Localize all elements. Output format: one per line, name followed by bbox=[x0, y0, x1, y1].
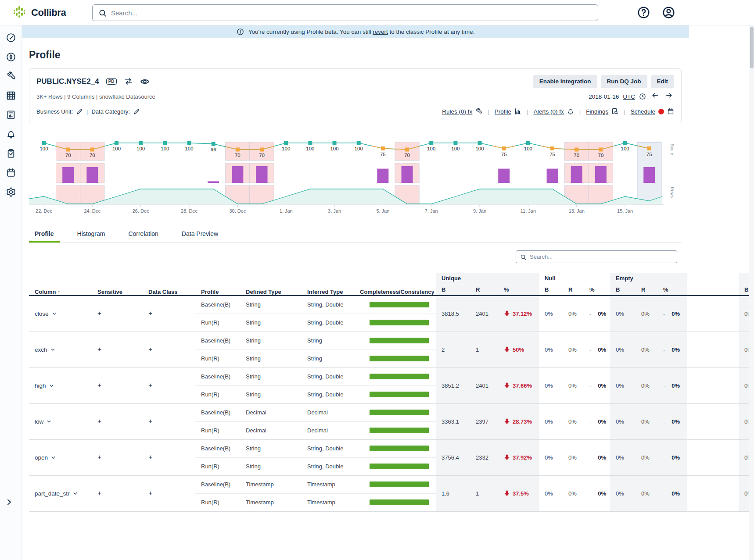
timezone-link[interactable]: UTC bbox=[623, 93, 635, 100]
add-sensitive-button[interactable]: + bbox=[97, 489, 101, 497]
brand[interactable]: Collibra bbox=[11, 4, 66, 21]
add-data-class-button[interactable]: + bbox=[148, 417, 152, 425]
bell-small-icon bbox=[567, 108, 574, 115]
null-run-value: 0% bbox=[563, 332, 584, 367]
sidebar-item-calendar[interactable] bbox=[0, 164, 22, 183]
add-sensitive-button[interactable]: + bbox=[97, 346, 101, 353]
rules-0-fx-link[interactable]: Rules (0) fx bbox=[442, 108, 482, 115]
unique-percent-value: 37.5% bbox=[498, 475, 539, 511]
table-search-input[interactable] bbox=[530, 251, 675, 263]
swap-arrows-icon[interactable] bbox=[124, 77, 133, 86]
sort-ascending-icon[interactable]: ↑ bbox=[57, 289, 60, 295]
svg-text:3. Jan: 3. Jan bbox=[328, 208, 341, 214]
eye-icon[interactable] bbox=[140, 77, 150, 86]
column-name-dropdown[interactable]: part_date_str bbox=[35, 490, 92, 497]
add-sensitive-button[interactable]: + bbox=[97, 417, 101, 425]
next-day-button[interactable] bbox=[664, 92, 674, 101]
column-name-dropdown[interactable]: high bbox=[35, 382, 92, 389]
profile-header: Profile bbox=[195, 273, 240, 296]
svg-text:9. Jan: 9. Jan bbox=[473, 208, 486, 214]
defined-type-cell: Decimal bbox=[240, 421, 302, 439]
schedule-link[interactable]: Schedule bbox=[631, 108, 674, 115]
pushdown-badge: PD bbox=[106, 78, 117, 85]
tab-histogram[interactable]: Histogram bbox=[72, 226, 111, 243]
column-name-dropdown[interactable]: close bbox=[35, 310, 92, 317]
svg-text:75: 75 bbox=[549, 152, 555, 157]
add-data-class-button[interactable]: + bbox=[148, 310, 152, 317]
sidebar-item-wrench[interactable] bbox=[0, 68, 22, 87]
revert-link[interactable]: revert bbox=[373, 29, 388, 35]
inferred-type-cell: Decimal bbox=[302, 403, 354, 421]
inferred-type-header: Inferred Type bbox=[302, 273, 354, 296]
sidebar-item-compass[interactable] bbox=[0, 48, 22, 68]
chevron-down-icon bbox=[52, 311, 57, 316]
data-class-cell: + bbox=[143, 296, 195, 332]
sidebar-item-grid[interactable] bbox=[0, 87, 22, 106]
profile-type-cell: Baseline(B) bbox=[195, 296, 240, 314]
profile-type-cell: Run(R) bbox=[195, 457, 240, 475]
column-name-dropdown[interactable]: low bbox=[35, 418, 92, 425]
group-spacer bbox=[687, 273, 739, 296]
svg-text:75: 75 bbox=[646, 152, 652, 157]
global-search-input[interactable] bbox=[111, 5, 594, 21]
subheader-b: B bbox=[610, 284, 636, 296]
chevron-down-icon bbox=[73, 491, 78, 496]
add-data-class-button[interactable]: + bbox=[148, 382, 152, 389]
column-name-dropdown[interactable]: exch bbox=[35, 346, 92, 353]
link-separator: | bbox=[527, 108, 528, 115]
help-icon[interactable] bbox=[637, 6, 650, 21]
add-data-class-button[interactable]: + bbox=[148, 346, 152, 353]
prev-day-button[interactable] bbox=[650, 92, 660, 101]
trend-down-icon bbox=[504, 418, 510, 424]
account-icon[interactable] bbox=[662, 6, 675, 21]
svg-text:100: 100 bbox=[282, 146, 290, 151]
sensitive-cell: + bbox=[92, 296, 143, 332]
null-baseline-value: 0% bbox=[539, 475, 563, 511]
add-sensitive-button[interactable]: + bbox=[97, 310, 101, 317]
sidebar-item-report[interactable] bbox=[0, 106, 22, 125]
sidebar-item-bell[interactable] bbox=[0, 125, 22, 145]
subheader-b: B bbox=[436, 284, 470, 296]
sidebar-expand-button[interactable] bbox=[0, 496, 22, 510]
scrollbar-thumb[interactable] bbox=[750, 27, 754, 68]
add-sensitive-button[interactable]: + bbox=[97, 382, 101, 389]
tab-correlation[interactable]: Correlation bbox=[122, 226, 164, 243]
add-sensitive-button[interactable]: + bbox=[97, 453, 101, 461]
unique-percent-value: 37.66% bbox=[498, 367, 539, 403]
svg-text:100: 100 bbox=[427, 146, 435, 151]
sidebar-item-gear[interactable] bbox=[0, 183, 22, 203]
findings-link[interactable]: Findings bbox=[586, 108, 618, 115]
compass-icon bbox=[6, 52, 16, 64]
chevron-down-icon bbox=[47, 419, 51, 424]
column-header[interactable]: Column ↑ bbox=[29, 273, 92, 296]
completeness-bar bbox=[370, 499, 429, 505]
dq-score-timeline-chart[interactable]: 1007070100100100100967070100100100100757… bbox=[29, 129, 674, 222]
empty-percent-value: -0% bbox=[657, 403, 687, 439]
group-header-unique: Unique bbox=[436, 273, 539, 284]
tab-profile[interactable]: Profile bbox=[29, 226, 60, 243]
svg-text:70: 70 bbox=[404, 153, 410, 158]
svg-text:1. Jan: 1. Jan bbox=[280, 208, 293, 214]
defined-type-cell: String bbox=[240, 332, 302, 350]
sidebar-item-gauge[interactable] bbox=[0, 29, 22, 48]
profile-link[interactable]: Profile bbox=[495, 108, 521, 115]
empty-run-value: 0% bbox=[636, 475, 657, 511]
enable-integration-button[interactable]: Enable Integration bbox=[533, 75, 597, 88]
alerts-0-fx-link[interactable]: Alerts (0) fx bbox=[534, 108, 574, 115]
add-data-class-button[interactable]: + bbox=[148, 453, 152, 461]
trend-down-icon bbox=[504, 310, 510, 317]
run-dq-job-button[interactable]: Run DQ Job bbox=[601, 75, 647, 88]
edit-data-category-pencil-icon[interactable] bbox=[133, 108, 140, 115]
data-class-cell: + bbox=[143, 403, 195, 439]
edit-business-unit-pencil-icon[interactable] bbox=[76, 108, 83, 115]
svg-text:100: 100 bbox=[185, 146, 193, 151]
column-name-dropdown[interactable]: open bbox=[35, 454, 92, 461]
vertical-scrollbar[interactable] bbox=[749, 25, 754, 560]
brand-name: Collibra bbox=[31, 7, 66, 18]
add-data-class-button[interactable]: + bbox=[148, 489, 152, 497]
edit-button[interactable]: Edit bbox=[651, 75, 675, 88]
sidebar-item-clipboard[interactable] bbox=[0, 145, 22, 164]
completeness-bar bbox=[370, 356, 429, 361]
empty-baseline-value: 0% bbox=[610, 296, 636, 332]
tab-data-preview[interactable]: Data Preview bbox=[176, 226, 224, 243]
